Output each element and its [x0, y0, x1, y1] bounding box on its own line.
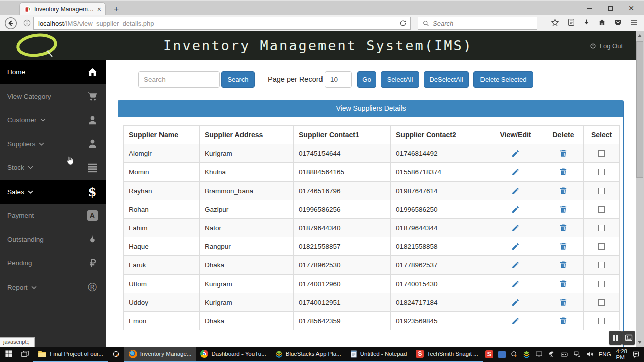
- snagit-tray-icon[interactable]: [485, 350, 493, 358]
- delete-button[interactable]: [559, 260, 568, 269]
- language-indicator[interactable]: ENG: [599, 351, 611, 357]
- site-info-icon[interactable]: [23, 19, 31, 29]
- row-checkbox[interactable]: [598, 206, 605, 213]
- bookmark-star-icon[interactable]: [551, 18, 559, 29]
- media-tray-icon[interactable]: [560, 351, 568, 358]
- edit-button[interactable]: [511, 298, 520, 307]
- page-per-record-input[interactable]: [325, 71, 352, 88]
- go-button[interactable]: Go: [357, 71, 376, 88]
- sidebar-item-suppliers[interactable]: Suppliers: [0, 132, 106, 156]
- browser-tab[interactable]: Inventory Management Sy...: [19, 2, 106, 16]
- delete-button[interactable]: [559, 223, 568, 232]
- maximize-button[interactable]: [600, 1, 621, 16]
- volume-tray-icon[interactable]: [586, 351, 594, 358]
- scrollbar-down-icon[interactable]: [638, 341, 642, 344]
- notification-center-icon[interactable]: [632, 351, 640, 358]
- delete-button[interactable]: [559, 316, 568, 325]
- select-all-button[interactable]: SelectAll: [381, 71, 419, 88]
- bluestacks-tray-icon[interactable]: [523, 351, 530, 358]
- taskbar-app-final-project-of-our[interactable]: Final Project of our...: [33, 347, 107, 362]
- supplier-contact1-cell: 01740012960: [294, 275, 391, 293]
- snapshot-button[interactable]: [622, 331, 635, 345]
- edit-button[interactable]: [511, 187, 520, 195]
- edit-button[interactable]: [511, 205, 520, 214]
- bookmarks-panel-icon[interactable]: [567, 18, 575, 28]
- edit-button[interactable]: [511, 261, 520, 269]
- minimize-button[interactable]: [579, 1, 600, 16]
- sidebar-item-pending[interactable]: Pending: [0, 251, 106, 276]
- edit-button[interactable]: [511, 149, 520, 158]
- row-checkbox[interactable]: [598, 225, 605, 231]
- logout-button[interactable]: Log Out: [590, 31, 623, 60]
- reload-button[interactable]: [395, 17, 410, 29]
- home-icon[interactable]: [598, 18, 606, 28]
- row-checkbox[interactable]: [598, 169, 605, 175]
- row-checkbox[interactable]: [598, 318, 605, 324]
- sidebar-item-report[interactable]: Report®: [0, 276, 106, 300]
- menu-icon[interactable]: [630, 18, 639, 28]
- edit-button[interactable]: [511, 280, 520, 288]
- page-scrollbar[interactable]: [636, 31, 644, 347]
- table-search-input[interactable]: [138, 71, 220, 88]
- scrollbar-up-icon[interactable]: [638, 34, 642, 37]
- display-tray-icon[interactable]: [535, 351, 543, 358]
- delete-button[interactable]: [559, 149, 568, 158]
- scrollbar-thumb[interactable]: [636, 41, 643, 178]
- sidebar-item-home[interactable]: Home: [0, 60, 106, 84]
- deselect-all-button[interactable]: DeSelectAll: [424, 71, 469, 88]
- taskbar-app-inventory-manage[interactable]: Inventory Manage...: [124, 347, 196, 362]
- delete-button[interactable]: [559, 167, 568, 176]
- sidebar-item-stock[interactable]: Stock: [0, 156, 106, 180]
- close-button[interactable]: [621, 1, 642, 16]
- pocket-icon[interactable]: [614, 18, 622, 28]
- delete-button[interactable]: [559, 279, 568, 288]
- delete-selected-button[interactable]: Delete Selected: [473, 71, 533, 88]
- row-checkbox[interactable]: [598, 188, 605, 194]
- taskbar-app-techsmith-snagit[interactable]: TechSmith Snagit ...: [411, 347, 482, 362]
- new-tab-button[interactable]: [110, 4, 123, 15]
- tab-close-icon[interactable]: [97, 6, 101, 13]
- delete-button[interactable]: [559, 242, 568, 251]
- supplier-name-cell: Uttom: [124, 275, 200, 293]
- clock[interactable]: 4:28 PM: [616, 348, 627, 360]
- row-checkbox[interactable]: [598, 243, 605, 250]
- table-row: UddoyKurigram0174001295101824717184: [124, 293, 620, 312]
- supplier-name-cell: Faruk: [124, 256, 200, 275]
- supplier-address-cell: Khulna: [200, 163, 294, 182]
- edit-button[interactable]: [511, 224, 520, 232]
- sidebar-item-payment[interactable]: PaymentA: [0, 204, 106, 228]
- browser-search-box[interactable]: Search: [418, 17, 537, 30]
- page-per-record-label: Page per Record: [268, 71, 323, 88]
- delete-button[interactable]: [559, 186, 568, 195]
- edit-button[interactable]: [511, 317, 520, 325]
- edit-button[interactable]: [511, 242, 520, 251]
- sidebar-item-customer[interactable]: Customer: [0, 108, 106, 132]
- edit-button[interactable]: [511, 168, 520, 176]
- url-bar[interactable]: localhost/IMS/view_supplier_details.php: [33, 17, 411, 30]
- row-checkbox[interactable]: [598, 262, 605, 268]
- delete-button[interactable]: [559, 205, 568, 214]
- satellite-tray-icon[interactable]: [548, 351, 555, 358]
- sidebar-item-sales[interactable]: Sales$: [0, 180, 106, 204]
- blue-app-tray-icon[interactable]: [498, 351, 506, 358]
- taskbar-app-pinned-app[interactable]: [108, 347, 124, 362]
- sidebar-item-view-category[interactable]: View Category: [0, 84, 106, 109]
- network-tray-icon[interactable]: [573, 351, 581, 358]
- sidebar-item-outstanding[interactable]: Outstanding: [0, 228, 106, 252]
- row-checkbox[interactable]: [598, 150, 605, 157]
- task-view-button[interactable]: [17, 347, 33, 362]
- start-button[interactable]: [0, 347, 17, 362]
- row-checkbox[interactable]: [598, 281, 605, 287]
- row-checkbox[interactable]: [598, 299, 605, 306]
- pause-button[interactable]: [609, 331, 622, 345]
- search-button[interactable]: Search: [221, 71, 255, 88]
- back-button[interactable]: [4, 17, 17, 32]
- delete-button[interactable]: [559, 298, 568, 307]
- task-view-icon: [21, 350, 29, 358]
- taskbar-app-dashboard-youtu[interactable]: Dashboard - YouTu...: [196, 347, 270, 362]
- pointer-device-tray-icon[interactable]: [511, 351, 518, 358]
- taskbar-app-bluestacks-app-pla[interactable]: BlueStacks App Pla...: [271, 347, 346, 362]
- chrome-icon: [200, 350, 208, 358]
- taskbar-app-untitled-notepad[interactable]: Untitled - Notepad: [346, 347, 412, 362]
- downloads-icon[interactable]: [583, 19, 590, 28]
